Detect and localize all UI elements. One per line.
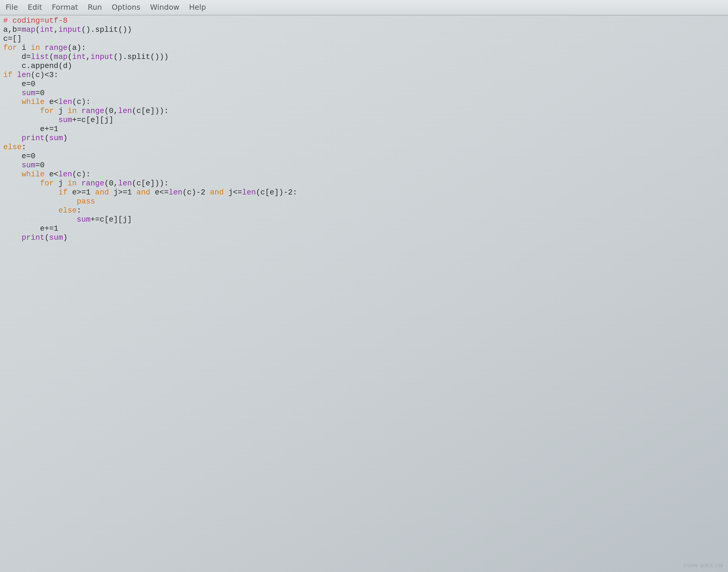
code-line-1: # coding=utf-8 <box>3 16 68 25</box>
code-line-13: e+=1 <box>3 125 59 133</box>
code-line-8: e=0 <box>3 80 35 88</box>
code-line-5: d=list(map(int,input().split())) <box>3 53 169 61</box>
menu-help[interactable]: Help <box>189 3 206 12</box>
menu-file[interactable]: File <box>6 3 18 12</box>
watermark-text: CSDN @仰天小妹 <box>684 563 724 569</box>
code-line-9: sum=0 <box>3 89 45 97</box>
code-line-4: for i in range(a): <box>3 44 86 52</box>
code-line-24: e+=1 <box>3 224 59 233</box>
code-line-19: for j in range(0,len(c[e])): <box>3 179 169 188</box>
code-line-25: print(sum) <box>3 233 68 242</box>
code-line-6: c.append(d) <box>3 62 72 70</box>
code-line-20: if e>=1 and j>=1 and e<=len(c)-2 and j<=… <box>3 188 297 197</box>
code-line-14: print(sum) <box>3 134 68 142</box>
code-line-22: else: <box>3 206 81 215</box>
code-line-11: for j in range(0,len(c[e])): <box>3 107 169 115</box>
code-editor[interactable]: # coding=utf-8 a,b=map(int,input().split… <box>0 15 728 252</box>
code-line-7: if len(c)<3: <box>3 71 59 79</box>
menu-run[interactable]: Run <box>88 3 102 12</box>
code-line-23: sum+=c[e][j] <box>3 215 132 224</box>
code-line-3: c=[] <box>3 34 21 43</box>
menu-window[interactable]: Window <box>150 3 179 12</box>
code-line-12: sum+=c[e][j] <box>3 116 113 124</box>
code-line-21: pass <box>3 197 95 206</box>
code-line-10: while e<len(c): <box>3 98 90 106</box>
menu-separator <box>0 15 728 15</box>
code-line-18: while e<len(c): <box>3 170 90 179</box>
code-line-15: else: <box>3 143 26 151</box>
menu-bar: File Edit Format Run Options Window Help <box>0 0 728 15</box>
menu-format[interactable]: Format <box>52 3 78 12</box>
code-line-16: e=0 <box>3 152 35 160</box>
code-line-17: sum=0 <box>3 161 45 170</box>
code-line-2: a,b=map(int,input().split()) <box>3 25 132 34</box>
menu-edit[interactable]: Edit <box>28 3 42 12</box>
menu-options[interactable]: Options <box>112 3 140 12</box>
